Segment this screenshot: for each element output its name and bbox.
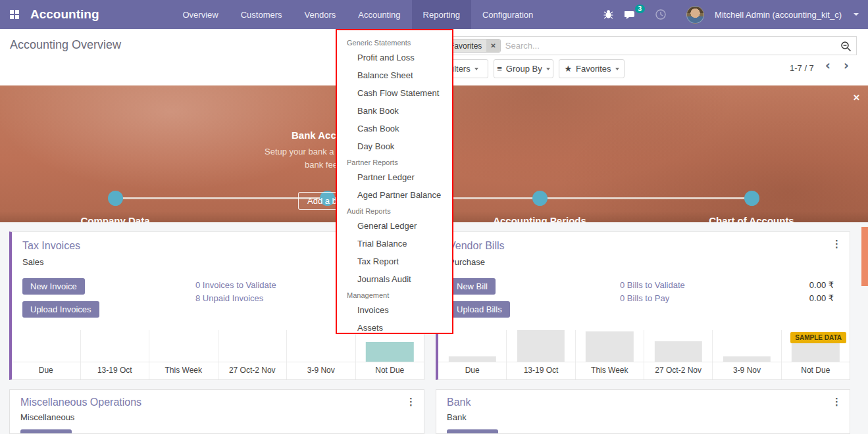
- chart-category-label: Not Due: [356, 362, 424, 379]
- menu-section-partner-reports: Partner Reports: [337, 155, 452, 168]
- kebab-menu-icon[interactable]: ⋮: [832, 239, 842, 249]
- debug-bug-icon[interactable]: [603, 9, 614, 20]
- partial-button[interactable]: [447, 429, 498, 434]
- menu-item-aged-partner-balance[interactable]: Aged Partner Balance: [337, 186, 452, 204]
- card-title-vendor-bills[interactable]: Vendor Bills: [449, 240, 505, 252]
- pager-next-icon[interactable]: ›: [844, 58, 849, 72]
- menu-configuration[interactable]: Configuration: [471, 0, 544, 29]
- onboarding-step-chart-of-accounts: Chart of Accounts Setup your chart of ac…: [659, 215, 844, 222]
- step-dot: [744, 191, 759, 206]
- banner-close-icon[interactable]: ✕: [853, 93, 860, 103]
- invoices-to-validate-link[interactable]: 0 Invoices to Validate: [195, 280, 276, 290]
- chart-axis: Due13-19 OctThis Week27 Oct-2 Nov3-9 Nov…: [438, 362, 850, 379]
- reporting-dropdown-menu: Generic Statements Profit and Loss Balan…: [336, 29, 453, 334]
- chart-column: [81, 330, 150, 362]
- chart-category-label: 27 Oct-2 Nov: [218, 362, 288, 379]
- kebab-menu-icon[interactable]: ⋮: [406, 397, 416, 406]
- unpaid-invoices-link[interactable]: 8 Unpaid Invoices: [195, 293, 263, 303]
- search-bar: Favorites ✕: [441, 36, 857, 55]
- activities-clock-icon[interactable]: [655, 9, 667, 20]
- card-subtitle: Sales: [22, 257, 44, 267]
- chart-bar[interactable]: [654, 341, 702, 362]
- upload-bills-button[interactable]: Upload Bills: [449, 301, 510, 318]
- menu-item-assets[interactable]: Assets: [337, 319, 452, 337]
- menu-item-cash-flow-statement[interactable]: Cash Flow Statement: [337, 84, 452, 102]
- onboarding-step-accounting-periods: Accounting Periods Define your fiscal ye…: [447, 215, 632, 222]
- group-by-icon: ≡: [497, 64, 502, 74]
- new-invoice-button[interactable]: New Invoice: [22, 278, 85, 295]
- chart-category-label: 3-9 Nov: [713, 362, 781, 379]
- favorites-button[interactable]: ★ Favorites: [559, 59, 625, 78]
- menu-reporting[interactable]: Reporting: [412, 0, 471, 29]
- step-title: Company Data: [23, 215, 207, 222]
- menu-item-balance-sheet[interactable]: Balance Sheet: [337, 66, 452, 84]
- app-brand[interactable]: Accounting: [29, 0, 106, 29]
- partial-button[interactable]: [20, 429, 72, 434]
- amount-to-validate: 0.00 ₹: [809, 280, 834, 290]
- facet-close-icon[interactable]: ✕: [486, 39, 499, 52]
- chart-bar[interactable]: [448, 356, 496, 362]
- card-title-tax-invoices[interactable]: Tax Invoices: [22, 240, 80, 252]
- bills-to-validate-link[interactable]: 0 Bills to Validate: [620, 280, 685, 290]
- chart-bar[interactable]: [517, 330, 565, 362]
- menu-item-invoices[interactable]: Invoices: [337, 301, 452, 319]
- user-menu[interactable]: Mitchell Admin (accounting_kit_c): [715, 10, 842, 20]
- kebab-menu-icon[interactable]: ⋮: [832, 397, 842, 406]
- user-avatar[interactable]: [686, 6, 704, 24]
- menu-item-general-ledger[interactable]: General Ledger: [337, 217, 452, 235]
- apps-menu-button[interactable]: [0, 0, 29, 29]
- chart-category-label: 3-9 Nov: [287, 362, 356, 379]
- group-by-button[interactable]: ≡ Group By: [494, 59, 553, 78]
- chart-column: [713, 330, 781, 362]
- upload-invoices-button[interactable]: Upload Invoices: [22, 301, 99, 318]
- chart-column: [507, 330, 575, 362]
- menu-accounting[interactable]: Accounting: [347, 0, 411, 29]
- chart-category-label: Due: [438, 362, 507, 379]
- menu-item-trial-balance[interactable]: Trial Balance: [337, 235, 452, 253]
- card-miscellaneous-operations: Miscellaneous Operations ⋮ Miscellaneous: [9, 389, 424, 434]
- step-title: Chart of Accounts: [659, 215, 844, 222]
- chart-category-label: 27 Oct-2 Nov: [644, 362, 713, 379]
- amount-to-pay: 0.00 ₹: [809, 293, 834, 303]
- menu-item-bank-book[interactable]: Bank Book: [337, 102, 452, 120]
- chart-column: [218, 330, 288, 362]
- favorites-label: Favorites: [576, 64, 611, 74]
- messages-chat-icon[interactable]: 3: [625, 9, 638, 20]
- menu-item-day-book[interactable]: Day Book: [337, 137, 452, 155]
- new-bill-button[interactable]: New Bill: [449, 278, 496, 295]
- chart-column: [644, 330, 713, 362]
- caret-down-icon: [615, 68, 619, 70]
- menu-item-profit-and-loss[interactable]: Profit and Loss: [337, 49, 452, 66]
- menu-item-journals-audit[interactable]: Journals Audit: [337, 270, 452, 288]
- main-menu: Overview Customers Vendors Accounting Re…: [172, 0, 545, 29]
- chart-bar[interactable]: [586, 331, 633, 362]
- chart-category-label: This Week: [576, 362, 644, 379]
- message-count-badge: 3: [635, 5, 646, 13]
- chart-bar[interactable]: [366, 342, 413, 362]
- menu-item-tax-report[interactable]: Tax Report: [337, 253, 452, 270]
- menu-item-cash-book[interactable]: Cash Book: [337, 120, 452, 137]
- step-dot: [532, 191, 548, 206]
- menu-customers[interactable]: Customers: [230, 0, 294, 29]
- menu-overview[interactable]: Overview: [172, 0, 230, 29]
- tax-invoices-mini-chart: Due13-19 OctThis Week27 Oct-2 Nov3-9 Nov…: [12, 330, 424, 379]
- page-title: Accounting Overview: [10, 38, 121, 52]
- chart-column: [576, 330, 644, 362]
- card-title-misc-ops[interactable]: Miscellaneous Operations: [20, 397, 141, 408]
- pager-range: 1-7 / 7: [790, 63, 814, 73]
- pager-previous-icon[interactable]: ‹: [825, 58, 830, 72]
- bills-to-pay-link[interactable]: 0 Bills to Pay: [620, 293, 669, 303]
- card-vendor-bills: Vendor Bills ⋮ Purchase New Bill Upload …: [436, 231, 850, 380]
- vertical-scrollbar-thumb[interactable]: [861, 227, 868, 286]
- star-icon: ★: [564, 64, 572, 74]
- search-input[interactable]: [505, 41, 836, 51]
- card-subtitle: Purchase: [449, 257, 485, 267]
- card-subtitle: Bank: [447, 412, 467, 422]
- menu-item-partner-ledger[interactable]: Partner Ledger: [337, 168, 452, 186]
- menu-vendors[interactable]: Vendors: [294, 0, 347, 29]
- chart-bar[interactable]: [723, 356, 771, 362]
- chart-category-label: 13-19 Oct: [507, 362, 575, 379]
- menu-section-generic-statements: Generic Statements: [337, 36, 452, 49]
- card-title-bank[interactable]: Bank: [447, 397, 471, 408]
- search-magnifier-icon[interactable]: [840, 41, 852, 55]
